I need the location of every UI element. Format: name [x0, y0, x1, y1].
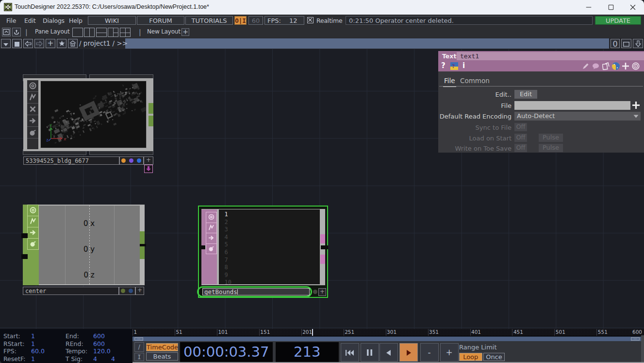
- export-flag[interactable]: [27, 239, 39, 250]
- cook-flag[interactable]: [27, 216, 39, 227]
- operator-name-field[interactable]: text1: [457, 52, 644, 60]
- python-help-icon[interactable]: ?: [450, 62, 458, 70]
- pane-layout-two-columns[interactable]: [84, 28, 95, 37]
- olive-flag-dot[interactable]: [121, 289, 125, 293]
- timecode-mode-button[interactable]: TimeCode: [146, 343, 178, 351]
- bypass-flag[interactable]: [206, 233, 217, 244]
- fps-cap-button[interactable]: 60: [248, 16, 263, 25]
- blue-flag-dot[interactable]: [137, 158, 141, 163]
- forum-button[interactable]: FORUM: [137, 16, 184, 25]
- dat-add-comment-button[interactable]: +: [318, 288, 326, 296]
- edit-button[interactable]: Edit: [514, 90, 537, 99]
- maximize-pane-button[interactable]: [621, 39, 631, 48]
- step-forward-button[interactable]: +: [440, 343, 459, 362]
- comment-bubble-icon[interactable]: [592, 63, 599, 69]
- start-value[interactable]: 1: [31, 332, 35, 340]
- scrollbar-right-grip[interactable]: ...: [631, 337, 640, 341]
- io-toggle-button[interactable]: O|I: [234, 16, 247, 25]
- home-button[interactable]: [68, 39, 78, 48]
- node-add-comment-button[interactable]: +: [144, 156, 153, 165]
- stop-button[interactable]: [12, 39, 22, 48]
- file-picker-plus-icon[interactable]: [632, 102, 640, 109]
- node-chop-center[interactable]: 0 x 0 y 0 z: [23, 205, 145, 285]
- menu-edit[interactable]: Edit: [24, 17, 35, 24]
- frame-mode-button[interactable]: I: [134, 353, 144, 362]
- dat-output-connector[interactable]: [321, 245, 328, 249]
- lock-flag[interactable]: [27, 104, 38, 115]
- pane-layout-two-rows[interactable]: [96, 28, 107, 37]
- dat-flag-dot[interactable]: [313, 290, 317, 294]
- update-button[interactable]: UPDATE: [595, 16, 641, 25]
- pane-layout-single[interactable]: [72, 28, 83, 37]
- timecode-slash-button[interactable]: /: [134, 342, 144, 352]
- play-backward-button[interactable]: [380, 343, 398, 362]
- immune-flag[interactable]: [27, 127, 38, 138]
- bypass-flag[interactable]: [27, 227, 39, 239]
- dat-input-strip-2[interactable]: [201, 249, 206, 285]
- node-dat-selected[interactable]: 1 2 3 4 5 6 7 8 9 10: [198, 206, 328, 298]
- pane-layout-left-right-split[interactable]: [108, 28, 118, 37]
- pane-layout-quad[interactable]: [120, 28, 131, 37]
- tsig-value2[interactable]: 4: [111, 355, 115, 363]
- node-name-bldg[interactable]: 53394525_bldg_6677: [23, 156, 119, 165]
- node-top-bldg[interactable]: y x z: [23, 78, 153, 151]
- jump-to-start-button[interactable]: [341, 343, 359, 362]
- viewer-flag[interactable]: [27, 205, 39, 216]
- target-icon[interactable]: [632, 62, 640, 70]
- node-output-connector-2[interactable]: [149, 116, 153, 126]
- copy-parameters-icon[interactable]: [602, 62, 610, 70]
- network-editor[interactable]: y x z 53394525_bldg_6677 +: [0, 49, 644, 329]
- rend-value[interactable]: 600: [93, 340, 105, 347]
- orange-flag-dot[interactable]: [121, 158, 126, 163]
- bookmark-button[interactable]: [57, 39, 66, 48]
- help-icon[interactable]: ?: [441, 61, 446, 70]
- sync-toggle[interactable]: Off: [514, 123, 527, 131]
- navy-flag-dot[interactable]: [129, 289, 133, 293]
- menu-dialogs[interactable]: Dialogs: [43, 17, 65, 24]
- language-flag[interactable]: [206, 244, 217, 255]
- load-toggle[interactable]: Off: [514, 134, 527, 142]
- forward-button[interactable]: [34, 39, 44, 48]
- chop-input-notch-1[interactable]: [21, 233, 28, 238]
- timeline-scrollbar[interactable]: ... ...: [132, 336, 644, 341]
- add-parameter-icon[interactable]: [622, 63, 629, 69]
- wiki-button[interactable]: WIKI: [88, 16, 136, 25]
- collapse-pane-button[interactable]: [633, 39, 643, 48]
- network-path[interactable]: / project1 / >>: [79, 39, 128, 47]
- pencil-icon[interactable]: [582, 63, 589, 69]
- dat-output-connector-2[interactable]: [320, 255, 325, 264]
- add-pane-button[interactable]: +: [46, 39, 55, 48]
- encoding-dropdown[interactable]: Auto-Detect: [514, 112, 641, 121]
- chop-body[interactable]: 0 x 0 y 0 z: [39, 206, 140, 284]
- pathbar-fill[interactable]: [125, 38, 609, 49]
- end-value[interactable]: 600: [93, 332, 105, 340]
- viewer-flag[interactable]: [206, 212, 217, 223]
- pause-button[interactable]: [361, 343, 379, 362]
- fps-indicator[interactable]: FPS: 12: [264, 16, 304, 25]
- viewer-flag[interactable]: [27, 80, 38, 92]
- tutorials-button[interactable]: TUTORIALS: [185, 16, 233, 25]
- info-icon[interactable]: i: [462, 61, 465, 70]
- tsig-value[interactable]: 4: [93, 355, 97, 363]
- cook-flag[interactable]: [206, 223, 217, 234]
- menu-help[interactable]: Help: [69, 17, 83, 24]
- load-pulse-button[interactable]: Pulse: [539, 134, 563, 142]
- step-back-button[interactable]: -: [420, 343, 439, 362]
- chop-add-comment-button[interactable]: +: [135, 287, 144, 295]
- dat-input-connector[interactable]: [200, 245, 205, 249]
- realtime-checkbox[interactable]: [307, 17, 314, 23]
- back-button[interactable]: [23, 39, 33, 48]
- chop-input-notch-2[interactable]: [21, 254, 28, 259]
- node-name-center[interactable]: center: [23, 287, 119, 295]
- chop-input-connector-3[interactable]: [23, 258, 27, 285]
- play-forward-button[interactable]: [399, 343, 418, 362]
- maximize-button[interactable]: [600, 0, 622, 15]
- viewer-mode-button[interactable]: [2, 28, 11, 36]
- bypass-flag[interactable]: [27, 115, 38, 127]
- dat-input-strip-1[interactable]: [201, 209, 206, 245]
- chop-output-connector-1[interactable]: [140, 231, 145, 244]
- node-output-connector-1[interactable]: [149, 103, 153, 114]
- chop-output-connector-2[interactable]: [140, 246, 145, 259]
- timeline-ruler[interactable]: 1 51 101 151 201 251 301 351 401 451 501…: [132, 329, 644, 336]
- chop-input-connector-1[interactable]: [23, 205, 27, 234]
